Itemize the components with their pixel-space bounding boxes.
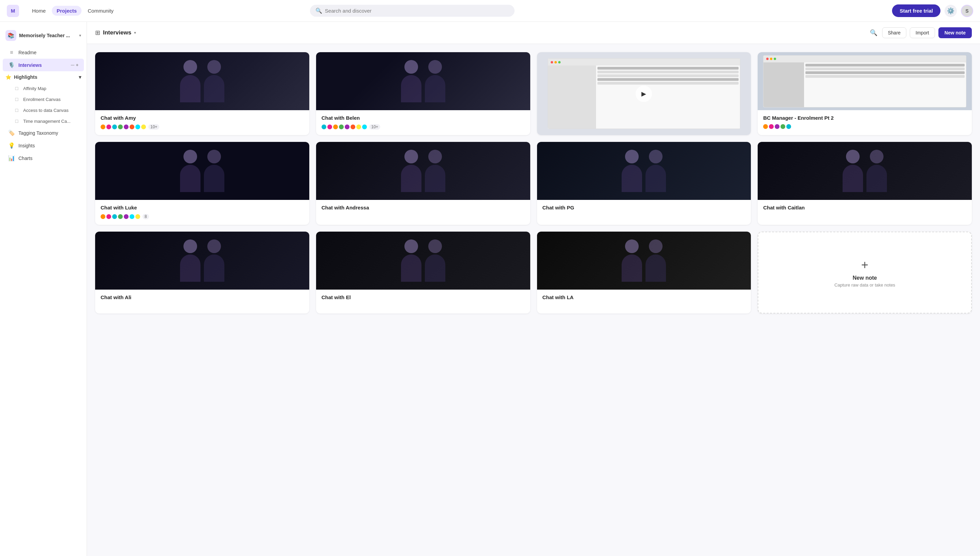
tag-dot [333,124,338,129]
card-info: Chat with Andressa [316,200,530,219]
insights-label: Insights [18,143,79,149]
insights-icon: 💡 [8,142,15,149]
more-icon[interactable]: ··· [71,62,75,68]
sidebar-item-tagging[interactable]: 🏷️ Tagging Taxonomy [3,126,84,139]
thumbnail-persons [316,232,530,289]
enrollment-canvas-label: Enrollment Canvas [23,97,61,102]
page-icon: □ [14,118,20,124]
tag-dot [322,124,326,129]
search-button[interactable]: 🔍 [869,27,879,38]
card-pg[interactable]: Chat with PG [537,142,751,225]
card-thumbnail [95,52,309,110]
card-bc1[interactable]: ▶ BC Manager - Enrolment Pt 1 3 [537,52,751,135]
sidebar-item-readme[interactable]: ≡ Readme [3,46,84,59]
tag-dot [118,214,123,219]
card-amy[interactable]: Chat with Amy 10+ [95,52,309,135]
card-title: BC Manager - Enrolment Pt 2 [763,115,966,121]
sidebar: 📚 Memorisely Teacher ... ▾ ≡ Readme 🎙️ I… [0,22,87,556]
sidebar-item-actions: ··· + [71,62,79,68]
workspace-selector[interactable]: 📚 Memorisely Teacher ... ▾ [0,27,87,46]
page-title: Interviews [103,29,131,36]
settings-button[interactable]: ⚙️ [945,5,957,17]
tag-dot [101,214,105,219]
card-el[interactable]: Chat with El [316,232,530,314]
card-info: Chat with LA [537,289,751,309]
main-layout: 📚 Memorisely Teacher ... ▾ ≡ Readme 🎙️ I… [0,22,980,556]
card-luke[interactable]: Chat with Luke 8 [95,142,309,225]
card-la[interactable]: Chat with LA [537,232,751,314]
card-info: Chat with PG [537,200,751,219]
person-left [180,60,200,102]
card-title: Chat with PG [543,205,746,210]
search-input[interactable] [325,8,509,14]
thumbnail-persons [316,52,530,110]
person-right [866,150,887,192]
tag-dot [141,124,146,129]
chevron-down-icon: ▾ [79,74,81,80]
add-icon[interactable]: + [76,62,79,68]
tag-dot [775,124,780,129]
import-button[interactable]: Import [910,27,935,38]
nav-community[interactable]: Community [83,6,118,16]
person-left [401,60,421,102]
nav-home[interactable]: Home [27,6,50,16]
person-left [180,239,200,282]
thumbnail-persons [95,232,309,289]
person-right [204,239,224,282]
card-thumbnail [316,142,530,200]
card-title: Chat with Belen [322,115,525,121]
sidebar-item-charts[interactable]: 📊 Charts [3,152,84,165]
share-button[interactable]: Share [882,27,906,38]
card-andressa[interactable]: Chat with Andressa [316,142,530,225]
sidebar-item-access-data[interactable]: □ Access to data Canvas [8,105,84,116]
chevron-down-icon[interactable]: ▾ [134,30,136,35]
person-left [622,239,642,282]
card-thumbnail [758,142,972,200]
tag-count: 10+ [369,124,380,129]
thumbnail-persons [537,232,751,289]
nav-right: Start free trial ⚙️ S [892,5,973,17]
card-ali[interactable]: Chat with Ali [95,232,309,314]
card-tags: 10+ [101,124,304,129]
person-right [425,60,445,102]
card-bc2[interactable]: BC Manager - Enrolment Pt 2 [758,52,972,135]
person-right [425,150,445,192]
card-tags: 10+ [322,124,525,129]
card-caitlan[interactable]: Chat with Caitlan [758,142,972,225]
tag-dot [362,124,367,129]
tag-dot [106,214,111,219]
card-belen[interactable]: Chat with Belen 10+ [316,52,530,135]
card-info: BC Manager - Enrolment Pt 2 [758,110,972,134]
search-icon: 🔍 [316,8,322,14]
workspace-icon: 📚 [5,30,16,41]
nav-projects[interactable]: Projects [52,6,82,16]
time-mgmt-label: Time management Ca... [23,119,71,124]
person-right [645,150,666,192]
sidebar-item-affinity-map[interactable]: □ Affinity Map [8,83,84,94]
sidebar-item-insights[interactable]: 💡 Insights [3,139,84,152]
main-content: ⊞ Interviews ▾ 🔍 Share Import New note [87,22,980,556]
access-data-label: Access to data Canvas [23,108,69,113]
charts-label: Charts [18,155,79,161]
sidebar-item-time-mgmt[interactable]: □ Time management Ca... [8,116,84,126]
tag-dot [124,124,129,129]
card-info: Chat with Amy 10+ [95,110,309,135]
thumbnail-persons [316,142,530,200]
sidebar-item-highlights[interactable]: ⭐ Highlights ▾ [0,71,87,83]
person-right [645,239,666,282]
tag-dot [118,124,123,129]
person-left [843,150,863,192]
sidebar-item-interviews[interactable]: 🎙️ Interviews ··· + [3,59,84,71]
grid-view-icon[interactable]: ⊞ [95,29,100,37]
trial-button[interactable]: Start free trial [892,5,940,17]
person-left [622,150,642,192]
avatar[interactable]: S [961,5,973,17]
tag-dot [106,124,111,129]
new-note-button[interactable]: New note [938,27,972,38]
card-tags [763,124,966,129]
person-right [204,150,224,192]
tag-dot [135,214,140,219]
new-note-card[interactable]: + New note Capture raw data or take note… [758,232,972,314]
person-left [401,150,421,192]
sidebar-item-enrollment-canvas[interactable]: □ Enrollment Canvas [8,94,84,105]
